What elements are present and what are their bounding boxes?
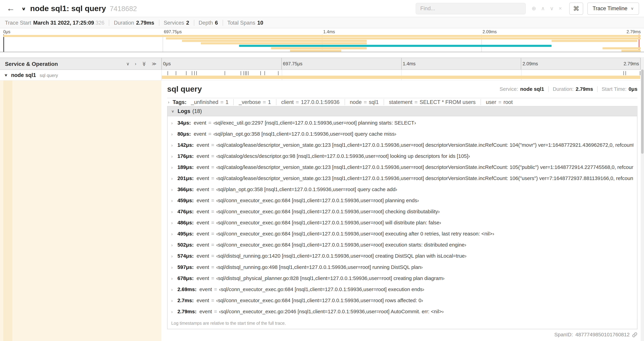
log-timestamp: 2.79ms: [178, 309, 196, 315]
span-duration-bar[interactable] [162, 76, 640, 79]
collapse-one-icon[interactable]: ∨ [126, 61, 130, 66]
tags-label: Tags: [172, 99, 186, 105]
log-marker [244, 71, 244, 75]
tag-value: root [504, 99, 512, 105]
log-field-key: event [196, 142, 209, 149]
span-track[interactable] [161, 70, 641, 81]
log-marker [192, 71, 192, 75]
expand-one-icon[interactable]: › [135, 61, 136, 66]
copy-link-icon[interactable] [632, 332, 638, 337]
equals-sign: = [364, 99, 367, 105]
log-row[interactable]: › 486μs: event = ‹sql/conn_executor_exec… [168, 217, 637, 229]
log-row[interactable]: › 495μs: event = ‹sql/conn_executor_exec… [168, 229, 637, 240]
equals-sign: = [296, 99, 299, 105]
log-field-key: event [196, 264, 209, 270]
ruler-tick-label: 0μs [163, 61, 171, 66]
chevron-right-icon[interactable]: › [168, 100, 169, 104]
log-field-key: event [194, 131, 206, 137]
log-timestamp: 201μs: [178, 176, 194, 182]
log-row[interactable]: › 678μs: event = ‹sql/distsql_physical_p… [168, 273, 637, 284]
timeline-ruler[interactable]: 0μs 697.75μs 1.4ms 2.09ms 2.79ms [161, 58, 641, 70]
log-field-key: event [194, 120, 206, 126]
logs-header[interactable]: ∨ Logs (18) [168, 106, 637, 116]
log-row[interactable]: › 80μs: event = ‹sql/plan_opt.go:358 [ns… [168, 129, 637, 140]
equals-sign: = [211, 264, 214, 270]
trace-collapse-chevron-icon[interactable]: ∨ [21, 6, 26, 11]
meta-value: 0μs [628, 86, 638, 92]
minimap-canvas[interactable] [3, 35, 641, 52]
summary-value: 2 [186, 20, 189, 26]
log-row[interactable]: › 176μs: event = ‹sql/catalog/descs/desc… [168, 151, 637, 162]
chevron-right-icon: › [171, 242, 178, 248]
scrollbar-thumb[interactable] [641, 70, 644, 154]
log-field-key: event [196, 187, 209, 193]
log-row[interactable]: › 189μs: event = ‹sql/catalog/lease/desc… [168, 162, 637, 173]
chevron-right-icon: › [171, 198, 178, 204]
log-row[interactable]: › 597μs: event = ‹sql/distsql_running.go… [168, 262, 637, 273]
chevron-right-icon: › [171, 220, 178, 226]
log-timestamp: 502μs: [178, 242, 194, 248]
log-row[interactable]: › 2.7ms: event = ‹sql/conn_executor_exec… [168, 295, 637, 306]
trace-view-dropdown[interactable]: Trace Timeline ∨ [587, 2, 639, 15]
clear-search-icon[interactable]: × [556, 5, 564, 12]
log-timestamp: 476μs: [178, 209, 194, 215]
log-timestamp: 495μs: [178, 231, 194, 237]
expand-results-icon[interactable]: ⊕ [529, 5, 538, 12]
prev-result-icon[interactable]: ∧ [538, 5, 548, 12]
back-arrow-icon[interactable]: ← [6, 4, 15, 13]
log-row[interactable]: › 2.69ms: event = ‹sql/conn_executor_exe… [168, 284, 637, 295]
collapse-all-icon[interactable]: ≫ [142, 61, 147, 66]
summary-value: 2.79ms [136, 20, 154, 26]
chevron-right-icon: › [171, 275, 178, 282]
chevron-right-icon: › [171, 298, 178, 304]
next-result-icon[interactable]: ∨ [548, 5, 556, 12]
meta-item: Service: node sql1 [500, 86, 544, 92]
vertical-scrollbar[interactable] [641, 57, 644, 341]
log-row[interactable]: › 34μs: event = ‹sql/exec_util.go:2297 [… [168, 118, 637, 129]
equals-sign: = [498, 99, 501, 105]
summary-label: Services [164, 20, 184, 26]
log-row[interactable]: › 476μs: event = ‹sql/conn_executor_exec… [168, 206, 637, 217]
span-id-footer: SpanID: 4877749850101760812 [167, 329, 638, 340]
log-row[interactable]: › 502μs: event = ‹sql/conn_executor_exec… [168, 240, 637, 251]
meta-label: Duration: [553, 86, 574, 92]
ruler-tick [161, 58, 162, 70]
span-name-cell[interactable]: ∨ node sql1 sql query [0, 70, 161, 81]
log-field-key: event [200, 309, 212, 315]
chevron-down-icon[interactable]: ∨ [4, 73, 8, 77]
summary-label: Trace Start [5, 20, 31, 26]
gridline [162, 35, 163, 52]
span-id-value: 4877749850101760812 [576, 332, 630, 337]
log-timestamp: 597μs: [178, 264, 194, 270]
log-timestamp: 34μs: [178, 120, 191, 126]
find-input[interactable] [416, 3, 526, 14]
log-row[interactable]: › 2.79ms: event = ‹sql/conn_executor_exe… [168, 306, 637, 317]
chevron-right-icon: › [171, 120, 178, 126]
minimap-span-bar [166, 38, 641, 40]
trace-minimap[interactable]: 0μs 697.75μs 1.4ms 2.09ms 2.79ms [0, 29, 644, 52]
summary-value-fraction: .326 [94, 20, 104, 26]
log-row[interactable]: › 574μs: event = ‹sql/distsql_running.go… [168, 251, 637, 262]
span-service-name: node sql1 [11, 72, 36, 78]
span-row: ∨ node sql1 sql query [0, 70, 644, 81]
tags-row[interactable]: › Tags: _unfinished = 1 _verbose = 1 cli… [167, 98, 638, 106]
span-id-label: SpanID: [554, 332, 573, 337]
expand-all-icon[interactable]: ≫ [152, 61, 156, 66]
minimap-scrubber-left[interactable] [3, 35, 4, 52]
log-field-value: ‹sql/conn_executor_exec.go:684 [nsql1,cl… [216, 242, 466, 248]
log-row[interactable]: › 201μs: event = ‹sql/catalog/lease/desc… [168, 173, 637, 184]
log-field-value: ‹sql/conn_executor_exec.go:684 [nsql1,cl… [219, 287, 424, 293]
log-row[interactable]: › 142μs: event = ‹sql/catalog/lease/desc… [168, 140, 637, 151]
equals-sign: = [211, 275, 214, 282]
keyboard-shortcuts-button[interactable]: ⌘ [569, 2, 583, 15]
span-operation-name: sql query [40, 73, 58, 78]
summary-item: Depth 6 [194, 20, 218, 26]
log-row[interactable]: › 366μs: event = ‹sql/plan_opt.go:358 [n… [168, 184, 637, 195]
logs-list: › 34μs: event = ‹sql/exec_util.go:2297 [… [168, 116, 637, 318]
log-marker [248, 71, 248, 75]
log-marker [176, 71, 176, 75]
trace-name: node sql1: sql query [30, 4, 106, 13]
log-row[interactable]: › 459μs: event = ‹sql/conn_executor_exec… [168, 195, 637, 206]
equals-sign: = [220, 99, 224, 105]
log-timestamp: 486μs: [178, 220, 194, 226]
